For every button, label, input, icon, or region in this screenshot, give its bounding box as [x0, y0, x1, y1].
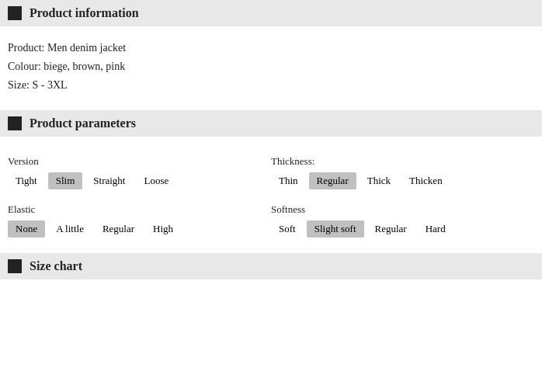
param-group-elastic: Elastic None A little Regular High: [8, 200, 271, 241]
param-option-regular-softness[interactable]: Regular: [367, 220, 415, 238]
product-info-body: Product: Men denim jacket Colour: biege,…: [0, 34, 542, 110]
param-option-hard[interactable]: Hard: [418, 220, 453, 238]
param-label-version: Version: [8, 155, 271, 168]
size-chart-title: Size chart: [30, 259, 82, 273]
param-option-tight[interactable]: Tight: [8, 172, 45, 189]
product-params-icon: [8, 116, 22, 130]
param-group-softness: Softness Soft Slight soft Regular Hard: [271, 200, 534, 241]
product-params-header: Product parameters: [0, 110, 542, 137]
param-option-thin[interactable]: Thin: [271, 172, 306, 189]
product-label-2: Size:: [8, 79, 30, 91]
params-grid: Version Tight Slim Straight Loose Thickn…: [8, 152, 534, 241]
param-option-straight[interactable]: Straight: [85, 172, 133, 189]
product-info-icon: [8, 6, 22, 20]
product-field-1: Colour: biege, brown, pink: [8, 61, 534, 73]
param-option-regular-thickness[interactable]: Regular: [309, 172, 356, 189]
product-info-header: Product information: [0, 0, 542, 26]
param-option-alittle[interactable]: A little: [48, 220, 92, 238]
param-label-thickness: Thickness:: [271, 155, 534, 168]
param-option-soft[interactable]: Soft: [271, 220, 304, 238]
param-option-loose[interactable]: Loose: [136, 172, 176, 189]
param-option-thick[interactable]: Thick: [360, 172, 398, 189]
product-params-title: Product parameters: [30, 116, 136, 130]
param-option-slightsoft[interactable]: Slight soft: [307, 220, 364, 238]
size-chart-section: Size chart: [0, 253, 542, 279]
param-label-softness: Softness: [271, 203, 534, 216]
product-field-2: Size: S - 3XL: [8, 79, 534, 92]
param-options-softness: Soft Slight soft Regular Hard: [271, 220, 534, 238]
param-options-elastic: None A little Regular High: [8, 220, 271, 238]
param-group-thickness: Thickness: Thin Regular Thick Thicken: [271, 152, 534, 193]
param-group-version: Version Tight Slim Straight Loose: [8, 152, 271, 193]
param-options-thickness: Thin Regular Thick Thicken: [271, 172, 534, 189]
param-label-elastic: Elastic: [8, 203, 271, 216]
product-field-0: Product: Men denim jacket: [8, 42, 534, 54]
param-option-thicken[interactable]: Thicken: [401, 172, 450, 189]
product-parameters-section: Product parameters Version Tight Slim St…: [0, 110, 542, 253]
param-options-version: Tight Slim Straight Loose: [8, 172, 271, 189]
size-chart-icon: [8, 259, 22, 273]
param-option-high[interactable]: High: [145, 220, 181, 238]
param-option-regular-elastic[interactable]: Regular: [95, 220, 142, 238]
product-info-title: Product information: [30, 6, 139, 20]
param-option-slim[interactable]: Slim: [48, 172, 83, 189]
product-label-0: Product:: [8, 42, 44, 54]
param-option-none[interactable]: None: [8, 220, 45, 238]
product-label-1: Colour:: [8, 61, 41, 72]
product-params-body: Version Tight Slim Straight Loose Thickn…: [0, 144, 542, 253]
product-information-section: Product information Product: Men denim j…: [0, 0, 542, 110]
size-chart-header: Size chart: [0, 253, 542, 279]
